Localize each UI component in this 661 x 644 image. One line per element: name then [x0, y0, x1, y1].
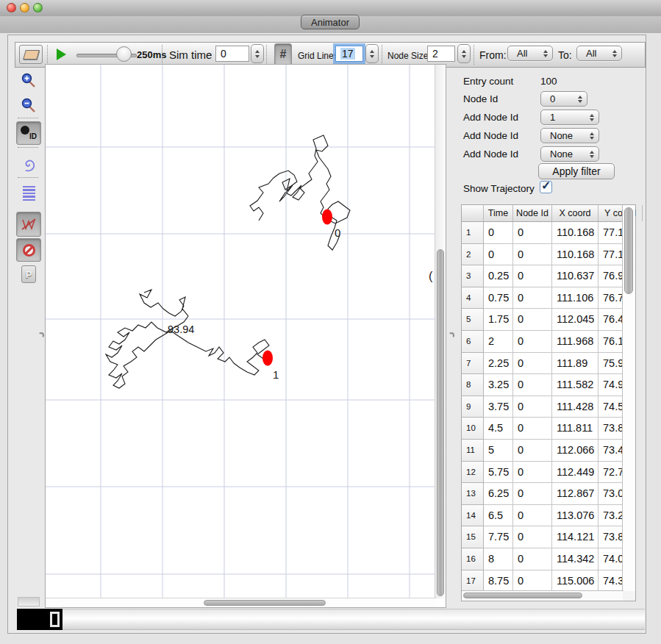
minimize-button[interactable] — [20, 3, 29, 12]
row-number-cell: 16 — [462, 548, 484, 570]
table-cell: 0 — [513, 505, 552, 527]
table-cell: 111.106 — [552, 287, 599, 310]
add-node-id-value: 1 — [550, 112, 555, 123]
wireless-circles-button[interactable] — [16, 151, 41, 178]
table-row[interactable]: 136.250112.86773.0 — [462, 483, 624, 505]
node1-marker[interactable] — [262, 351, 273, 366]
header-cell[interactable]: X coord — [552, 205, 599, 221]
animation-canvas[interactable]: 0 1 93.94 ( — [45, 64, 446, 608]
table-row[interactable]: 40.750111.10676.7 — [462, 287, 624, 310]
animator-tab[interactable]: Animator — [301, 15, 360, 29]
apply-filter-button[interactable]: Apply filter — [538, 163, 615, 179]
hide-wireless-button[interactable] — [16, 212, 41, 237]
table-row[interactable]: 1150112.06673.4 — [462, 440, 624, 462]
table-row[interactable]: 146.50113.07673.2 — [462, 505, 624, 527]
row-number-cell: 5 — [462, 309, 484, 331]
table-row[interactable]: 125.750112.44972.7 — [462, 462, 624, 484]
table-cell: 77.1 — [599, 222, 624, 244]
add-node-id-dropdown-3[interactable]: None — [540, 146, 599, 162]
table-row[interactable]: 200110.16877.1 — [462, 244, 624, 266]
grid-toggle-button[interactable]: # — [274, 43, 292, 65]
canvas-vertical-scrollbar[interactable] — [435, 65, 446, 598]
canvas-horizontal-scrollbar[interactable] — [46, 598, 436, 607]
close-button[interactable] — [7, 3, 16, 12]
entry-count-value: 100 — [540, 76, 557, 87]
table-vertical-scrollbar[interactable] — [622, 205, 635, 592]
sidebar-separator — [18, 177, 38, 178]
table-row[interactable]: 83.250111.58274.9 — [462, 374, 624, 396]
node0-marker[interactable] — [322, 210, 332, 225]
stepper-up-icon[interactable] — [462, 50, 466, 53]
play-button[interactable] — [57, 49, 66, 60]
sidebar-end-cap — [18, 597, 40, 607]
speed-slider-knob[interactable] — [116, 46, 132, 62]
table-cell: 4.5 — [484, 418, 513, 440]
scrollbar-thumb[interactable] — [624, 207, 633, 294]
scrollbar-thumb[interactable] — [204, 600, 326, 606]
table-horizontal-scrollbar[interactable] — [462, 590, 624, 601]
spiral-icon — [19, 155, 38, 174]
node1-trajectory — [106, 290, 269, 388]
table-cell: 111.968 — [552, 331, 599, 353]
header-cell[interactable] — [462, 205, 484, 221]
stepper-up-icon[interactable] — [370, 50, 374, 53]
zoom-in-button[interactable] — [16, 69, 41, 93]
table-row[interactable]: 178.750115.00674.3 — [462, 570, 624, 593]
maximize-button[interactable] — [33, 3, 43, 12]
add-node-id-dropdown-2[interactable]: None — [540, 128, 599, 143]
table-row[interactable]: 1680114.34274.0 — [462, 548, 624, 570]
table-cell: 74.5 — [599, 396, 624, 418]
node-size-stepper[interactable] — [457, 44, 471, 63]
from-dropdown[interactable]: All — [507, 46, 553, 61]
table-row[interactable]: 30.250110.63776.9 — [462, 265, 624, 287]
node-id-label: Node Id — [463, 93, 498, 104]
row-number-cell: 4 — [462, 287, 484, 310]
header-cell[interactable]: Time — [484, 205, 513, 221]
table-cell: 113.076 — [552, 505, 599, 527]
stepper-down-icon[interactable] — [462, 55, 466, 58]
table-row[interactable]: 620111.96876.1 — [462, 331, 624, 353]
sim-time-stepper[interactable] — [251, 44, 264, 63]
left-splitter-handle[interactable] — [38, 332, 44, 338]
show-node-id-button[interactable]: ID — [16, 121, 41, 145]
show-trajectory-checkbox[interactable]: ✓ — [540, 181, 552, 193]
table-cell: 0 — [513, 462, 552, 484]
right-splitter-handle[interactable] — [449, 332, 454, 338]
from-label: From: — [479, 49, 507, 61]
grid-lines-stepper[interactable] — [365, 44, 379, 63]
table-cell: 111.811 — [552, 418, 599, 440]
row-number-cell: 7 — [462, 353, 484, 375]
node-id-dropdown[interactable]: 0 — [540, 91, 587, 107]
add-node-id-dropdown-1[interactable]: 1 — [540, 110, 599, 125]
header-cell[interactable]: Node Id — [513, 205, 552, 221]
table-cell: 0 — [513, 309, 552, 331]
table-row[interactable]: 104.50111.81173.8 — [462, 418, 624, 440]
table-cell: 0.75 — [484, 287, 513, 310]
scrollbar-thumb[interactable] — [437, 249, 444, 596]
header-cell[interactable]: Y coord — [599, 205, 643, 221]
zoom-out-button[interactable] — [16, 94, 41, 118]
stepper-down-icon[interactable] — [370, 55, 374, 58]
table-row[interactable]: 51.750112.04576.4 — [462, 309, 624, 331]
table-row[interactable]: 100110.16877.1 — [462, 222, 624, 244]
reset-view-button[interactable] — [19, 45, 43, 64]
grid-lines-input[interactable]: 17 — [335, 46, 363, 62]
packet-stats-button[interactable] — [16, 182, 41, 205]
sim-time-input[interactable]: 0 — [215, 46, 249, 62]
table-row[interactable]: 93.750111.42874.5 — [462, 396, 624, 418]
table-header: Time Node Id X coord Y coord — [462, 205, 624, 222]
node-size-input[interactable]: 2 — [427, 46, 455, 62]
table-cell: 2.25 — [484, 353, 513, 375]
precision-button[interactable]: P — [16, 263, 41, 285]
table-row[interactable]: 157.750114.12173.8 — [462, 526, 624, 548]
table-cell: 0 — [513, 374, 552, 396]
stepper-up-icon[interactable] — [255, 50, 260, 53]
stepper-down-icon[interactable] — [255, 55, 260, 58]
scrollbar-thumb[interactable] — [463, 593, 582, 598]
table-row[interactable]: 72.250111.8975.9 — [462, 353, 624, 375]
table-cell: 73.8 — [599, 418, 624, 440]
block-packets-button[interactable] — [16, 238, 41, 262]
add-node-id-label: Add Node Id — [463, 130, 518, 141]
table-cell: 111.428 — [552, 396, 599, 418]
to-dropdown[interactable]: All — [576, 46, 622, 61]
